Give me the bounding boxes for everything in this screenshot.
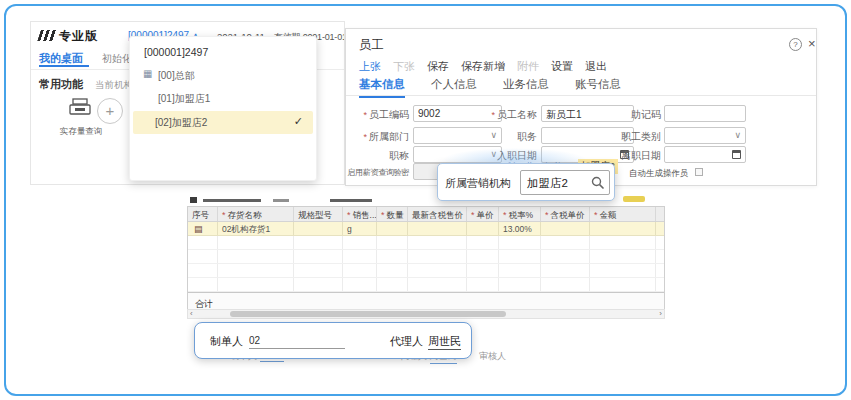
building-icon: ▦ [143, 68, 152, 79]
cell-latest-price[interactable] [408, 222, 467, 235]
maker-callout: 制单人 02 代理人 周世民 [194, 322, 472, 359]
toolbar-settings-button[interactable]: 设置 [551, 59, 573, 74]
table-row-selected[interactable]: ▤ 02机构存货1 g 13.00% [188, 222, 664, 236]
col-header-amount: *金额 [590, 207, 656, 221]
required-asterisk: * [594, 210, 598, 220]
remnant-highlight [623, 196, 645, 202]
app-logo-icon [37, 30, 57, 41]
scroll-left-arrow[interactable]: ‹ [190, 309, 193, 318]
mnemonic-field[interactable] [664, 105, 746, 122]
col-header-qty: *数量 [377, 207, 408, 221]
cell-qty[interactable] [377, 222, 408, 235]
add-shortcut-button[interactable]: + [97, 98, 123, 124]
emp-code-label: *员工编码 [346, 108, 409, 122]
required-asterisk: * [381, 210, 385, 220]
popup-marketing-org-label: 所属营销机构 [445, 176, 511, 191]
required-asterisk: * [347, 210, 351, 220]
cell-spec[interactable] [294, 222, 343, 235]
col-header-tax-price: *含税单价 [541, 207, 590, 221]
close-icon[interactable]: × [808, 36, 816, 51]
tab-initialization[interactable]: 初始化 [102, 52, 132, 66]
org-dropdown-panel: [000001]2497 ▦ [00]总部 [01]加盟店1 [02]加盟店2 … [129, 36, 317, 181]
tabs-divider [346, 95, 816, 96]
dept-label: *所属部门 [346, 130, 409, 144]
marketing-org-popup: 所属营销机构 加盟店2 [437, 163, 615, 201]
category-label: 职工类别 [578, 130, 661, 144]
cell-tax-rate[interactable]: 13.00% [499, 222, 541, 235]
toolbar-save-button[interactable]: 保存 [427, 59, 449, 74]
required-asterisk: * [503, 210, 507, 220]
category-select[interactable]: ∨ [664, 127, 746, 144]
col-header-sales: *销售... [343, 207, 377, 221]
tab-my-desktop[interactable]: 我的桌面 [39, 51, 83, 66]
scrollbar-thumb[interactable] [230, 311, 506, 317]
common-functions-title: 常用功能 [39, 77, 83, 92]
toolbar-prev-button[interactable]: 上张 [359, 59, 381, 74]
window-title: 员工 [359, 37, 384, 54]
salary-verify-label: 启用薪资查询验密 [346, 167, 409, 178]
callout-agent-input[interactable]: 周世民 [428, 334, 461, 350]
calendar-icon [732, 150, 741, 159]
org-item-store2-label: [02]加盟店2 [155, 116, 207, 130]
org-dropdown-account: [000001]2497 [144, 46, 208, 58]
mnemonic-label: 助记码 [578, 108, 661, 122]
popup-marketing-org-value: 加盟店2 [527, 176, 568, 191]
scroll-right-arrow[interactable]: › [659, 309, 662, 318]
current-org-label: 当前机构 [95, 79, 133, 92]
remnant-glyph [273, 199, 289, 202]
col-header-item-name: *存货名称 [218, 207, 294, 221]
cell-tax-price[interactable] [541, 222, 590, 235]
toolbar-attachment-button[interactable]: 附件 [517, 59, 539, 74]
callout-maker-input[interactable]: 02 [249, 335, 345, 349]
active-tab-underline [39, 65, 89, 67]
emp-code-value: 9002 [418, 108, 440, 119]
shortcut-label: 实存量查询 [45, 126, 117, 138]
toolbar-next-button[interactable]: 下张 [393, 59, 415, 74]
org-item-store1[interactable]: [01]加盟店1 [158, 92, 210, 106]
remnant-glyph [190, 197, 197, 203]
table-row-empty[interactable] [188, 236, 664, 250]
remnant-glyph [330, 199, 372, 202]
cell-amount[interactable] [590, 222, 656, 235]
app-logo-text: 专业版 [59, 28, 98, 45]
required-asterisk: * [363, 132, 367, 142]
row-detail-icon: ▤ [188, 222, 218, 235]
toolbar-save-new-button[interactable]: 保存新增 [461, 59, 505, 74]
table-row-empty[interactable] [188, 278, 664, 292]
table-row-empty[interactable] [188, 250, 664, 264]
callout-maker-label: 制单人 [210, 334, 243, 349]
table-header-row: 序号 *存货名称 规格型号 *销售... *数量 最新含税售价 *单价 *税率%… [188, 207, 664, 222]
remnant-glyph [203, 199, 261, 202]
cell-sales[interactable]: g [343, 222, 377, 235]
help-icon[interactable]: ? [789, 38, 802, 51]
auto-operator-label: 自动生成操作员 [629, 168, 689, 180]
callout-agent-label: 代理人 [390, 334, 423, 349]
required-asterisk: * [545, 210, 549, 220]
col-header-spec: 规格型号 [294, 207, 343, 221]
leave-date-field[interactable] [664, 146, 746, 163]
org-item-headquarters[interactable]: [00]总部 [158, 69, 195, 83]
employee-toolbar: 上张 下张 保存 保存新增 附件 设置 退出 [359, 59, 607, 74]
title-label: 职称 [346, 149, 409, 163]
cell-unit-price[interactable] [467, 222, 499, 235]
popup-marketing-org-input[interactable]: 加盟店2 [520, 170, 610, 195]
table-total-row: 合计 [188, 292, 664, 310]
org-item-store2-selected[interactable]: [02]加盟店2 ✓ [133, 111, 313, 134]
auto-operator-checkbox[interactable] [695, 168, 703, 176]
magnifier-icon[interactable] [591, 176, 605, 190]
cell-item-name[interactable]: 02机构存货1 [218, 222, 294, 235]
col-header-index: 序号 [188, 207, 218, 221]
col-header-unit-price: *单价 [467, 207, 499, 221]
printer-icon [67, 98, 93, 118]
required-asterisk: * [222, 210, 226, 220]
col-header-tax-rate: *税率% [499, 207, 541, 221]
table-row-empty[interactable] [188, 264, 664, 278]
required-asterisk: * [471, 210, 475, 220]
toolbar-exit-button[interactable]: 退出 [585, 59, 607, 74]
col-header-latest-price: 最新含税售价 [408, 207, 467, 221]
horizontal-scrollbar[interactable]: ‹ › [187, 309, 665, 319]
footer-auditor: 审核人 [479, 350, 506, 363]
screenshot-canvas: 专业版 [000001]2497∧ 2021-10-11 有效期 0001-01… [0, 0, 851, 400]
required-asterisk: * [363, 110, 367, 120]
required-asterisk: * [491, 110, 495, 120]
